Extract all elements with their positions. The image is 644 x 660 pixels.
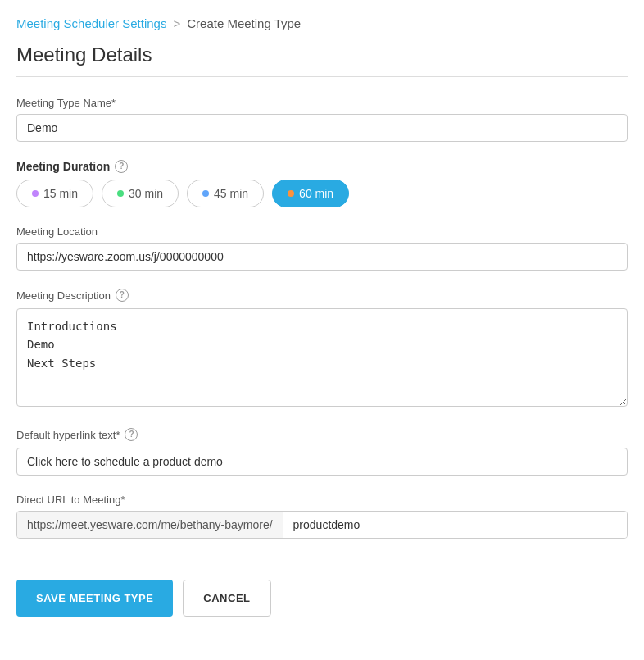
duration-30min-label: 30 min	[129, 187, 163, 200]
duration-60min-button[interactable]: 60 min	[272, 180, 349, 207]
duration-options: 15 min 30 min 45 min 60 min	[16, 180, 628, 207]
url-prefix: https://meet.yesware.com/me/bethany-baym…	[17, 512, 283, 538]
title-divider	[16, 76, 628, 77]
duration-15min-label: 15 min	[43, 187, 78, 200]
meeting-duration-label-group: Meeting Duration ?	[16, 160, 628, 173]
button-group: SAVE MEETING TYPE CANCEL	[16, 563, 628, 617]
meeting-duration-group: Meeting Duration ? 15 min 30 min 45 min …	[16, 160, 628, 207]
page-container: Meeting Scheduler Settings > Create Meet…	[0, 0, 644, 641]
meeting-description-group: Meeting Description ? Introductions Demo…	[16, 289, 628, 410]
meeting-location-label: Meeting Location	[16, 225, 628, 238]
meeting-description-label: Meeting Description	[16, 289, 111, 302]
breadcrumb: Meeting Scheduler Settings > Create Meet…	[16, 16, 628, 30]
meeting-duration-help-icon[interactable]: ?	[115, 160, 128, 173]
cancel-button[interactable]: CANCEL	[183, 580, 270, 617]
duration-60min-dot	[288, 190, 294, 197]
duration-45min-button[interactable]: 45 min	[187, 180, 264, 207]
meeting-description-help-icon[interactable]: ?	[116, 289, 129, 302]
url-input-group: https://meet.yesware.com/me/bethany-baym…	[16, 511, 628, 539]
meeting-type-name-input[interactable]	[16, 114, 628, 142]
duration-30min-button[interactable]: 30 min	[102, 180, 179, 207]
save-meeting-type-button[interactable]: SAVE MEETING TYPE	[16, 580, 173, 617]
url-suffix-input[interactable]	[283, 512, 627, 538]
duration-30min-dot	[117, 190, 124, 197]
meeting-type-name-group: Meeting Type Name*	[16, 97, 628, 142]
meeting-type-name-label: Meeting Type Name*	[16, 97, 628, 109]
meeting-location-input[interactable]	[16, 243, 628, 271]
duration-15min-button[interactable]: 15 min	[16, 180, 93, 207]
breadcrumb-separator: >	[173, 16, 180, 30]
hyperlink-text-group: Default hyperlink text* ?	[16, 428, 628, 476]
duration-45min-label: 45 min	[214, 187, 248, 200]
meeting-duration-label: Meeting Duration	[16, 160, 110, 173]
hyperlink-label-group: Default hyperlink text* ?	[16, 428, 628, 441]
hyperlink-text-input[interactable]	[16, 448, 628, 476]
direct-url-group: Direct URL to Meeting* https://meet.yesw…	[16, 494, 628, 539]
direct-url-label: Direct URL to Meeting*	[16, 494, 628, 506]
breadcrumb-current: Create Meeting Type	[187, 16, 301, 30]
hyperlink-label: Default hyperlink text*	[16, 429, 120, 441]
meeting-description-textarea[interactable]: Introductions Demo Next Steps	[16, 308, 628, 407]
hyperlink-help-icon[interactable]: ?	[125, 428, 138, 441]
meeting-description-label-group: Meeting Description ?	[16, 289, 628, 302]
duration-15min-dot	[32, 190, 39, 197]
duration-60min-label: 60 min	[299, 187, 333, 200]
page-title: Meeting Details	[16, 43, 628, 66]
duration-45min-dot	[202, 190, 209, 197]
meeting-location-group: Meeting Location	[16, 225, 628, 271]
breadcrumb-link[interactable]: Meeting Scheduler Settings	[16, 16, 166, 30]
